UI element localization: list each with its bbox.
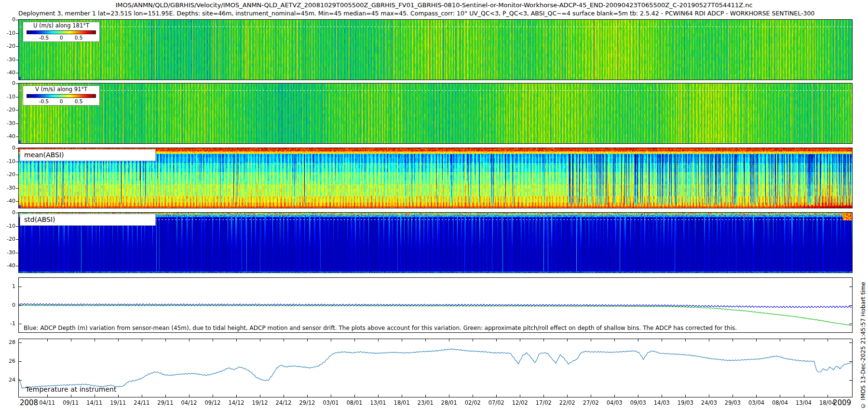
y-tick-mark	[19, 305, 22, 306]
x-tick-mark	[662, 339, 662, 342]
x-tick-label: 19/11	[110, 399, 126, 406]
x-tick-mark	[95, 395, 95, 397]
x-tick-mark	[662, 395, 662, 397]
colorbar-legend-v: V (m/s) along 91°T -0.5 0 0.5	[23, 85, 100, 106]
x-tick-label: 13/01	[370, 399, 386, 406]
y-tick-label: -30	[0, 121, 15, 126]
x-tick-label: 14/03	[654, 399, 670, 406]
x-tick-label: 29/03	[725, 399, 741, 406]
x-tick-label: 19/03	[678, 399, 693, 406]
x-tick-label: 18/04	[819, 399, 835, 406]
x-tick-mark	[804, 395, 804, 397]
x-tick-mark	[804, 339, 804, 342]
x-tick-mark	[354, 339, 355, 342]
colorbar-title-u: U (m/s) along 181°T	[23, 22, 99, 29]
x-tick-mark	[307, 339, 308, 342]
y-tick-mark	[849, 342, 852, 343]
x-tick-mark	[520, 339, 520, 342]
y-tick-mark	[16, 97, 18, 97]
x-tick-mark	[732, 339, 733, 342]
x-tick-label: 24/03	[701, 399, 717, 406]
x-tick-mark	[567, 339, 568, 342]
y-tick-label: -40	[0, 134, 15, 139]
x-tick-mark	[189, 339, 190, 342]
x-tick-mark	[331, 395, 331, 397]
x-tick-label: 09/11	[63, 399, 79, 406]
x-tick-mark	[685, 395, 686, 397]
std-absi-label: std(ABSI)	[20, 214, 156, 226]
x-tick-label: 24/11	[134, 399, 149, 406]
x-tick-mark	[213, 339, 213, 342]
x-tick-mark	[284, 339, 284, 342]
x-tick-mark	[685, 339, 686, 342]
x-tick-mark	[260, 395, 260, 397]
y-tick-mark	[19, 287, 22, 287]
x-tick-mark	[402, 339, 402, 342]
x-tick-mark	[567, 395, 568, 397]
x-tick-mark	[709, 395, 709, 397]
x-axis-year-end: 2009	[833, 398, 851, 407]
x-tick-label: 04/11	[39, 399, 55, 406]
y-tick-mark	[16, 123, 18, 124]
x-tick-mark	[118, 339, 119, 342]
x-tick-mark	[543, 395, 544, 397]
x-tick-mark	[756, 339, 757, 342]
x-tick-label: 03/04	[748, 399, 764, 406]
y-tick-mark	[16, 20, 18, 20]
x-tick-mark	[425, 339, 426, 342]
y-tick-label: -10	[0, 30, 15, 36]
x-tick-mark	[827, 339, 828, 342]
y-tick-mark	[19, 380, 22, 381]
x-tick-mark	[236, 395, 237, 397]
x-tick-label: 18/01	[394, 399, 410, 406]
y-tick-mark	[16, 213, 18, 213]
y-tick-mark	[16, 226, 18, 227]
x-axis-year-start: 2008	[20, 398, 38, 407]
colorbar-tick-label: 0	[60, 98, 63, 104]
x-tick-label: 17/02	[536, 399, 552, 406]
y-tick-label: 24	[0, 377, 15, 383]
x-tick-label: 08/01	[347, 399, 363, 406]
mean-absi-label: mean(ABSI)	[20, 149, 156, 161]
depth-variation-annotation: Blue: ADCP Depth (m) variation from sens…	[24, 325, 737, 331]
panel-u-velocity: U (m/s) along 181°T -0.5 0 0.5	[18, 19, 853, 80]
panel-std-absi: std(ABSI)	[18, 212, 853, 273]
x-tick-mark	[236, 339, 237, 342]
y-tick-label: -30	[0, 57, 15, 63]
x-tick-mark	[709, 339, 709, 342]
y-tick-label: 0	[0, 81, 15, 86]
figure-root: IMOS/ANMN/QLD/GBRHIS/Velocity/IMOS_ANMN-…	[0, 0, 868, 410]
y-tick-mark	[849, 324, 852, 324]
x-tick-mark	[591, 339, 591, 342]
colorbar-tick-label: -0.5	[39, 35, 49, 41]
x-tick-label: 24/12	[275, 399, 291, 406]
x-tick-mark	[165, 395, 166, 397]
x-tick-mark	[71, 395, 71, 397]
y-tick-mark	[16, 110, 18, 110]
x-tick-mark	[449, 395, 449, 397]
x-tick-label: 14/12	[228, 399, 244, 406]
y-tick-mark	[16, 73, 18, 73]
x-tick-label: 03/01	[323, 399, 339, 406]
y-tick-mark	[19, 324, 22, 324]
imos-watermark: © IMOS 13-Dec-2025 21:45:57 Hobart time	[860, 282, 867, 409]
x-tick-label: 29/11	[157, 399, 173, 406]
y-tick-label: -40	[0, 70, 15, 76]
x-tick-mark	[378, 395, 379, 397]
y-tick-mark	[16, 148, 18, 149]
y-tick-label: 0	[0, 17, 15, 23]
x-tick-mark	[780, 395, 780, 397]
y-tick-mark	[16, 175, 18, 175]
colorbar-tick-label: -0.5	[39, 98, 49, 104]
colorbar-tick-label: 0	[60, 35, 63, 41]
y-tick-label: -40	[0, 263, 15, 269]
x-tick-label: 08/04	[772, 399, 788, 406]
x-tick-mark	[95, 339, 95, 342]
y-tick-label: -1	[0, 321, 15, 327]
v-velocity-heatmap	[19, 83, 852, 143]
x-tick-label: 29/12	[299, 399, 315, 406]
panel-mean-absi: mean(ABSI)	[18, 148, 853, 208]
x-tick-label: 04/12	[181, 399, 197, 406]
x-tick-mark	[827, 395, 828, 397]
colorbar-gradient-u	[27, 30, 96, 34]
